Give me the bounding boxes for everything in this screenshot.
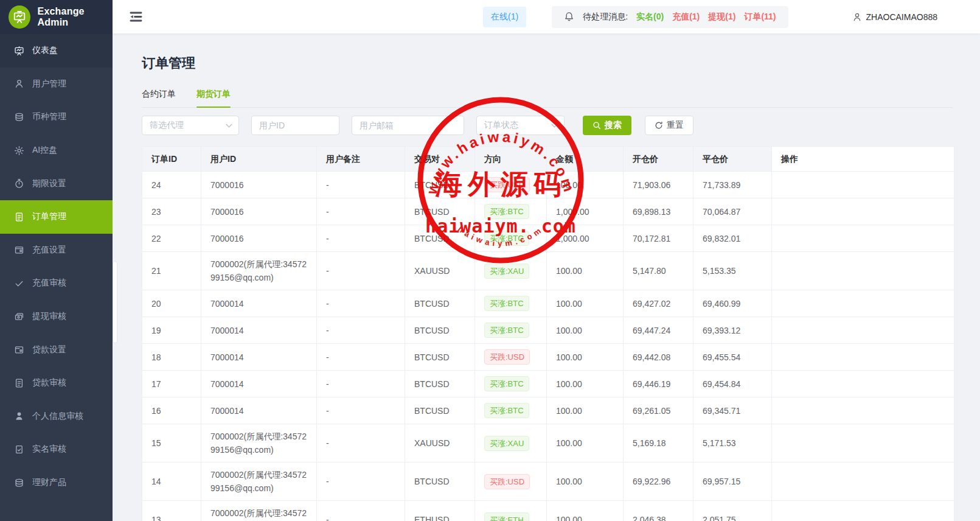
sidebar-item-2[interactable]: 币种管理 — [0, 100, 113, 134]
orders-table-body: 247000016-BTCUSD买跌:USD100.0071,903.0671,… — [142, 172, 954, 521]
sidebar-item-12[interactable]: 实名审核 — [0, 433, 113, 466]
cell-close-price: 70,064.87 — [693, 198, 772, 225]
cell-open-price: 69,447.24 — [624, 317, 693, 344]
search-button-label: 搜索 — [605, 120, 622, 131]
pending-withdraw-count[interactable]: 提现(1) — [708, 12, 735, 23]
sidebar-item-label: 提现审核 — [32, 311, 66, 322]
notifications-bar[interactable]: 待处理消息: 实名(0) 充值(1) 提现(1) 订单(11) — [552, 6, 788, 28]
cell-actions — [772, 198, 954, 225]
chevron-down-icon — [226, 124, 232, 128]
pending-messages-label: 待处理消息: — [583, 12, 628, 23]
sidebar-item-1[interactable]: 用户管理 — [0, 68, 113, 101]
app-title: Exchange Admin — [38, 6, 113, 28]
cell-actions — [772, 463, 954, 501]
sidebar-item-10[interactable]: 贷款审核 — [0, 366, 113, 400]
sidebar: Exchange Admin 仪表盘用户管理币种管理AI控盘期限设置订单管理充值… — [0, 0, 113, 521]
cell-order-id: 18 — [142, 344, 201, 371]
reset-button[interactable]: 重置 — [645, 116, 693, 135]
table-header-row: 订单ID 用户ID 用户备注 交易对 方向 金额 开仓价 平仓价 操作 — [142, 147, 954, 172]
cell-user-id: 7000002(所属代理:3457299156@qq.com) — [201, 463, 317, 501]
col-actions: 操作 — [772, 147, 954, 172]
cell-actions — [772, 371, 954, 397]
user-menu[interactable]: ZHAOCAIMAO888 — [852, 12, 937, 22]
cell-close-price: 69,345.71 — [693, 397, 772, 424]
cell-direction: 买涨:BTC — [475, 290, 547, 317]
sidebar-item-label: 期限设置 — [32, 178, 66, 189]
order-row-19: 197000014-BTCUSD买涨:BTC100.0069,447.2469,… — [142, 317, 954, 344]
tab-futures-orders[interactable]: 期货订单 — [196, 89, 231, 107]
cell-direction: 买跌:USD — [475, 172, 547, 198]
sidebar-item-4[interactable]: 期限设置 — [0, 167, 113, 200]
sidebar-item-5[interactable]: 订单管理 — [0, 200, 113, 234]
sidebar-item-0[interactable]: 仪表盘 — [0, 34, 113, 68]
cell-direction: 买跌:USD — [475, 344, 547, 371]
cell-user-note: - — [317, 371, 405, 397]
app-logo-icon — [9, 5, 30, 29]
cell-close-price: 5,153.35 — [693, 252, 772, 290]
sidebar-item-label: 个人信息审核 — [32, 411, 83, 422]
search-button[interactable]: 搜索 — [583, 116, 631, 135]
sidebar-item-11[interactable]: 个人信息审核 — [0, 400, 113, 433]
doc-icon — [13, 378, 24, 388]
pending-realname-count[interactable]: 实名(0) — [636, 12, 664, 23]
direction-badge: 买涨:BTC — [484, 231, 529, 246]
order-status-select[interactable]: 订单状态 — [476, 116, 565, 135]
direction-badge: 买涨:BTC — [484, 204, 529, 219]
order-row-21: 217000002(所属代理:3457299156@qq.com)-XAUUSD… — [142, 252, 954, 290]
sidebar-nav: 仪表盘用户管理币种管理AI控盘期限设置订单管理充值设置充值审核提现审核贷款设置贷… — [0, 34, 113, 499]
pending-recharge-count[interactable]: 充值(1) — [672, 12, 700, 23]
cell-user-id: 7000016 — [201, 172, 317, 198]
cell-user-note: - — [317, 290, 405, 317]
direction-badge: 买涨:ETH — [484, 512, 529, 521]
cell-order-id: 21 — [142, 252, 201, 290]
cell-user-id: 7000002(所属代理:3457299156@qq.com) — [201, 501, 317, 521]
sidebar-scrollbar-thumb[interactable] — [113, 262, 117, 343]
cell-pair: BTCUSD — [405, 371, 475, 397]
cell-amount: 100.00 — [547, 371, 624, 397]
sidebar-item-13[interactable]: 理财产品 — [0, 466, 113, 500]
bell-icon — [564, 12, 574, 22]
cell-pair: BTCUSD — [405, 225, 475, 252]
sidebar-item-label: 仪表盘 — [32, 45, 58, 56]
cell-user-note: - — [317, 397, 405, 424]
sidebar-item-6[interactable]: 充值设置 — [0, 234, 113, 267]
cell-direction: 买涨:BTC — [475, 397, 547, 424]
sidebar-item-9[interactable]: 贷款设置 — [0, 333, 113, 366]
order-row-18: 187000014-BTCUSD买跌:USD100.0069,442.0869,… — [142, 344, 954, 371]
cell-open-price: 71,903.06 — [624, 172, 693, 198]
cell-pair: ETHUSD — [405, 501, 475, 521]
cell-order-id: 17 — [142, 371, 201, 397]
cell-amount: 100.00 — [547, 463, 624, 501]
cell-pair: BTCUSD — [405, 344, 475, 371]
cell-actions — [772, 290, 954, 317]
cell-pair: BTCUSD — [405, 317, 475, 344]
cell-user-note: - — [317, 424, 405, 463]
filter-bar: 筛选代理 订单状态 — [142, 116, 953, 135]
online-status-badge[interactable]: 在线(1) — [483, 7, 526, 27]
users-icon — [13, 79, 24, 89]
cell-amount: 100.00 — [547, 317, 624, 344]
cell-close-price: 69,455.54 — [693, 344, 772, 371]
cell-user-id: 7000014 — [201, 344, 317, 371]
cell-close-price: 69,460.99 — [693, 290, 772, 317]
user-email-input[interactable] — [360, 121, 457, 130]
cell-order-id: 14 — [142, 463, 201, 501]
direction-badge: 买涨:XAU — [484, 436, 529, 451]
cell-order-id: 23 — [142, 198, 201, 225]
pending-orders-count[interactable]: 订单(11) — [744, 12, 776, 23]
order-row-23: 237000016-BTCUSD买涨:BTC1,000.0069,898.137… — [142, 198, 954, 225]
collapse-sidebar-icon[interactable] — [130, 10, 142, 23]
sidebar-item-8[interactable]: 提现审核 — [0, 300, 113, 334]
cell-actions — [772, 225, 954, 252]
sidebar-item-3[interactable]: AI控盘 — [0, 134, 113, 167]
user-id-input[interactable] — [259, 121, 333, 130]
sidebar-item-7[interactable]: 充值审核 — [0, 267, 113, 300]
agent-filter-select[interactable]: 筛选代理 — [142, 116, 239, 135]
direction-badge: 买涨:BTC — [484, 323, 529, 338]
cell-direction: 买涨:BTC — [475, 371, 547, 397]
direction-badge: 买涨:BTC — [484, 376, 529, 391]
tab-contract-orders[interactable]: 合约订单 — [142, 89, 176, 107]
col-user-id: 用户ID — [201, 147, 317, 172]
cell-order-id: 19 — [142, 317, 201, 344]
cell-direction: 买涨:BTC — [475, 317, 547, 344]
